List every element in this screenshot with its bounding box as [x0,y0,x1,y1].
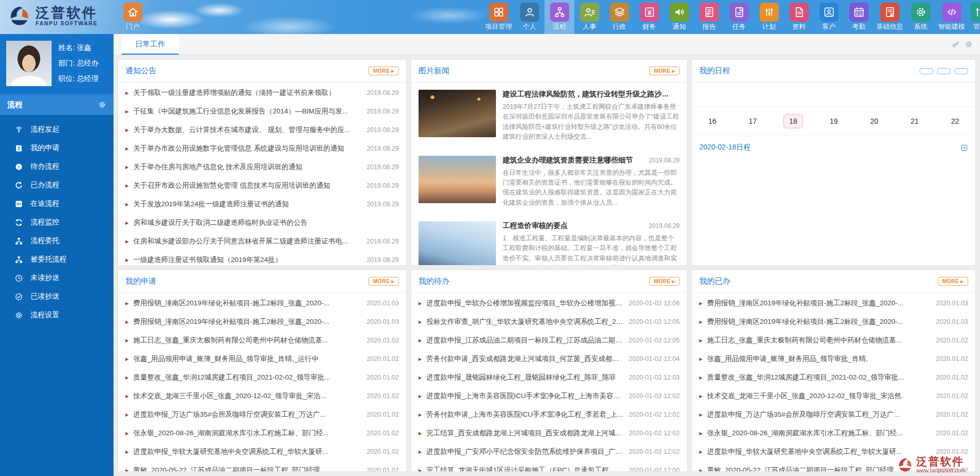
application-row[interactable]: ▶ 技术交底_龙湖三千里小区_张鑫_2020-12-02_领导审批_宋浩... … [125,387,399,405]
notice-row[interactable]: ▶ 房和城乡建设厅关于取消二级建造师临时执业证书的公告 [125,214,399,232]
application-row[interactable]: ▶ 施工日志_张鑫_重庆太极制药有限公司亳州中药材仓储物流基... 2020.0… [125,331,399,350]
module-system[interactable]: 系统 [906,0,936,34]
module-task[interactable]: 任务 [724,0,754,34]
add-schedule-icon[interactable] [960,144,968,152]
notice-row[interactable]: ▶ 关于领取一级注册建造师增项贴的通知（须持一建证书前来领取） 2019.08.… [125,84,399,102]
row-date: 2019.08.29 [366,256,399,264]
more-button[interactable]: MORE ▸ [368,277,399,286]
key-icon[interactable] [952,40,960,48]
done-row[interactable]: ▶ 费用报销_潼南区2019年绿化补贴项目-施工2标段_张鑫_2020-... … [699,313,968,331]
calendar-day[interactable]: 19 [813,114,854,128]
row-title: 关于发放2019年第24批一级建造师注册证书的通知 [133,200,362,209]
module-customer[interactable]: 客户 [814,0,844,34]
done-row[interactable]: ▶ 施工日志_张鑫_重庆太极制药有限公司亳州中药材仓储物流基... 2020.0… [699,331,968,350]
calendar-day[interactable]: 18 [773,114,813,128]
module-base-info[interactable]: 基础信息 [874,0,906,34]
more-button[interactable]: MORE ▸ [649,277,680,286]
notice-row[interactable]: ▶ 住房和城乡建设部办公厅关于同意吉林省开展二级建造师注册证书电... 2019… [125,232,399,251]
more-button[interactable]: MORE ▸ [938,277,968,286]
calendar-button-prev-week[interactable] [937,68,951,74]
calendar-day[interactable]: 22 [935,114,975,128]
module-notice[interactable]: 通知 [664,0,694,34]
todo-row[interactable]: ▶ 完工结算_西安成都路龙湖上河城项目_西安成都路龙湖上河城... 2020-0… [419,424,680,442]
module-hr[interactable]: 人事 [574,0,604,34]
more-button[interactable]: MORE ▸ [368,67,399,75]
sidebar-item-my-applications[interactable]: 我的申请 [0,139,114,157]
done-row[interactable]: ▶ 费用报销_潼南区2019年绿化补贴项目-施工2标段_张鑫_2020-... … [699,294,968,313]
application-row[interactable]: ▶ 进度款申报_万达广场35#会所及咖啡厅空调安装工程_万达广... 2020.… [125,405,399,424]
todo-row[interactable]: ▶ 进度款申报_上海市美容医院ICU手术室净化工程_上海市美容医... 2020… [419,387,680,405]
gear-icon[interactable] [965,40,973,48]
calendar-day[interactable]: 17 [732,114,773,128]
sidebar-item-delegated-flows[interactable]: 被委托流程 [0,250,114,269]
todo-row[interactable]: ▶ 完工结算_龙湖天街城1区设计采购施工（EPC）总承包工程_龙... 2020… [419,461,680,472]
section-settings-gear-icon[interactable] [98,101,106,109]
todo-row[interactable]: ▶ 劳务付款申请_上海市美容医院ICU手术室净化工程_李若君_上... 2020… [419,405,680,424]
news-item[interactable]: 建筑企业办理建筑资质需要注意哪些细节 2019.08.29 在日常生活中，很多人… [411,149,687,215]
application-row[interactable]: ▶ 张鑫_用品领用申请_账簿_财务用品_领导审批_肖晴,_运行中 2020.01… [125,350,399,368]
done-list: ▶ 费用报销_潼南区2019年绿化补贴项目-施工2标段_张鑫_2020-... … [692,293,975,472]
todo-row[interactable]: ▶ 劳务付款申请_西安成都路龙湖上河城项目_何芷茵_西安成都路... 2020-… [419,350,680,368]
module-admin[interactable]: 行政 [604,0,634,34]
module-docs[interactable]: 资料 [784,0,814,34]
sidebar-item-read-cc[interactable]: 已读抄送 [0,287,114,306]
module-portal[interactable]: 门户 [118,3,148,31]
module-attendance[interactable]: 考勤 [844,0,874,34]
notice-row[interactable]: ▶ 关于召开市政公用设施智慧化管理 信息技术与应用培训班的通知 2019.08.… [125,176,399,195]
done-row[interactable]: ▶ 张永银_2020-08-26_湖南洞庭湖水库引水工程施工标、部门经... 2… [699,424,968,442]
sidebar-item-flow-monitor[interactable]: 流程监控 [0,213,114,232]
tab-daily-work[interactable]: 日常工作 [122,34,179,55]
sidebar-item-process-start[interactable]: 流程发起 [0,120,114,139]
module-finance[interactable]: 财务 [634,0,664,34]
calendar-button-next-week[interactable] [955,68,968,74]
sidebar-item-todo-flows[interactable]: ! 待办流程 [0,157,114,176]
todo-row[interactable]: ▶ 进度款申报_江苏成品油二期项目一标段工程_江苏成品油二期项... 2020-… [419,331,680,350]
news-item[interactable]: 工程造价审核的要点 2019.08.29 1、核准工程量。工程量是编制决算最基本… [411,214,687,266]
sidebar-item-done-flows[interactable]: 已办流程 [0,176,114,194]
notice-row[interactable]: ▶ 关于举办住房与房地产信息化 技术及应用培训班的通知 2019.08.29 [125,158,399,176]
application-row[interactable]: ▶ 费用报销_潼南区2019年绿化补贴项目-施工2标段_张鑫_2020-... … [125,313,399,331]
sidebar-item-unread-cc[interactable]: 未读抄送 [0,269,114,287]
done-row[interactable]: ▶ 技术交底_龙湖三千里小区_张鑫_2020-12-02_领导审批_宋浩然. 2… [699,387,968,405]
profile-department: 部门: 总经办 [58,59,99,68]
todo-row[interactable]: ▶ 进度款申报_晟铭园林绿化工程_晟铭园林绿化工程_陈菲_陈菲 2020-01-… [419,368,680,387]
application-row[interactable]: ▶ 质量整改_张鑫_华润12城房建工程项目_2021-02-02_领导审批...… [125,368,399,387]
module-process[interactable]: 流程 [544,0,574,34]
watermark-url[interactable]: www.fanpusoft.com [917,467,966,473]
todo-row[interactable]: ▶ 投标文件审查_胡广生_华软大厦研究基地中央空调系统工程_20... 2020… [419,313,680,331]
application-row[interactable]: ▶ 黄敏_2020-05-22_江苏成品油二期项目一标段工程_部门经理... 2… [125,461,399,472]
calendar-button-back-to-today[interactable] [920,68,933,74]
application-row[interactable]: ▶ 张永银_2020-08-26_湖南洞庭湖水库引水工程施工标、部门经... 2… [125,424,399,442]
notice-row[interactable]: ▶ 关于举办市政公用设施数字化管理信息 系统建设与应用培训班的通知 2019.0… [125,139,399,158]
sidebar-section-process[interactable]: 流程 [0,94,114,115]
todo-row[interactable]: ▶ 进度款申报_华软办公楼增加视频监控项目_华软办公楼增加视频... 2020-… [419,294,680,313]
news-image [419,221,496,266]
sidebar-item-in-transit-flows[interactable]: G+ 在途流程 [0,194,114,213]
notice-row[interactable]: ▶ 一级建造师注册证书领取通知（2019年第24批） 2019.08.29 [125,251,399,266]
module-report[interactable]: 报告 [694,0,724,34]
done-row[interactable]: ▶ 张鑫_用品领用申请_账簿_财务用品_领导审批_肖晴, 2020.01.02 [699,350,968,368]
module-project-mgmt[interactable]: 项目管理 [483,0,515,34]
row-arrow-icon: ▶ [125,258,128,262]
sidebar-item-flow-settings[interactable]: 流程设置 [0,306,114,324]
done-row[interactable]: ▶ 质量整改_张鑫_华润12城房建工程项目_2021-02-02_领导审批...… [699,368,968,387]
todo-row[interactable]: ▶ 进度款申报_广安邓小平纪念馆安全防范系统维护保养项目_广安... 2020-… [419,442,680,461]
notice-row[interactable]: ▶ 关于举办大数据、云计算技术在城市建设、 规划、管理与服务中的应... 201… [125,121,399,139]
module-personal[interactable]: 个人 [515,0,544,34]
more-button[interactable]: MORE ▸ [649,67,680,75]
calendar-day[interactable]: 16 [692,114,732,128]
news-item[interactable]: 建设工程法律风险防范，建筑行业转型升级之路沙龙活动 2019年7月27日下午，土… [411,83,687,149]
module-manage[interactable]: 管理 [968,0,980,34]
done-row[interactable]: ▶ 进度款申报_万达广场35#会所及咖啡厅空调安装工程_万达广... 2020.… [699,405,968,424]
panel-title: 通知公告 [125,66,156,76]
module-plan[interactable]: 计划 [754,0,784,34]
sidebar-item-flow-delegate[interactable]: 流程委托 [0,232,114,250]
module-modeling[interactable]: 智能建模 [936,0,968,34]
application-row[interactable]: ▶ 进度款申报_华软大厦研究基地中央空调系统工程_华软大厦研... 2020.0… [125,442,399,461]
notice-row[interactable]: ▶ 关于发放2019年第24批一级建造师注册证书的通知 2019.08.29 [125,195,399,214]
gear-icon [14,311,23,320]
application-row[interactable]: ▶ 费用报销_潼南区2019年绿化补贴项目-施工2标段_张鑫_2020-... … [125,294,399,313]
calendar-day[interactable]: 21 [894,114,935,128]
notice-row[interactable]: ▶ 于征集《中国建筑施工行业信息化发展报告（2014）—BIM应用与发... 2… [125,102,399,121]
calendar-day[interactable]: 20 [854,114,894,128]
